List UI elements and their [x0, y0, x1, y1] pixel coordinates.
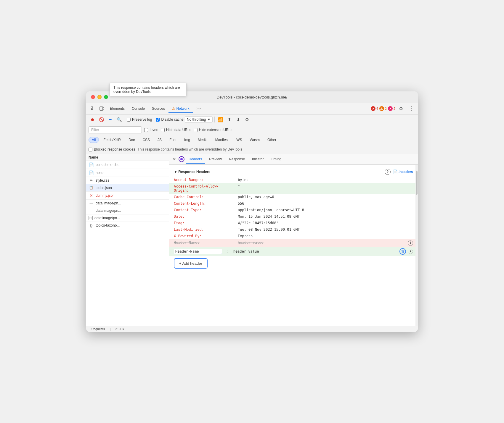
header-value: W/"22c-18457c15d68" — [238, 221, 413, 225]
invert-input[interactable] — [144, 128, 148, 132]
tab-network[interactable]: ⚠ Network — [168, 105, 193, 113]
device-toolbar-icon[interactable] — [97, 104, 106, 113]
hide-data-urls-input[interactable] — [161, 128, 165, 132]
transfer-size: 21.1 k — [115, 327, 124, 331]
type-btn-doc[interactable]: Doc — [125, 137, 138, 143]
blocked-cookies-input[interactable] — [89, 148, 92, 151]
header-row-accept-ranges: Accept-Ranges: bytes — [169, 177, 418, 183]
type-btn-wasm[interactable]: Wasm — [247, 137, 263, 143]
close-details-icon[interactable]: ✕ — [171, 156, 177, 162]
preserve-log-checkbox[interactable]: Preserve log — [127, 117, 152, 122]
type-btn-fetchxhr[interactable]: Fetch/XHR — [100, 137, 124, 143]
error-pink-icon: ✕ — [388, 106, 393, 111]
disable-cache-checkbox[interactable]: Disable cache — [156, 117, 183, 122]
type-btn-other[interactable]: Other — [264, 137, 280, 143]
status-divider: | — [110, 327, 110, 331]
upload-icon[interactable]: ⬆ — [225, 116, 233, 123]
maximize-button[interactable] — [104, 95, 108, 99]
clear-icon[interactable]: 🚫 — [97, 116, 105, 123]
type-btn-manifest[interactable]: Manifest — [212, 137, 232, 143]
disable-cache-input[interactable] — [156, 118, 160, 122]
inspect-element-icon[interactable] — [89, 104, 97, 113]
window-title: DevTools - cors-demo-devtools.glitch.me/ — [217, 95, 287, 99]
type-btn-font[interactable]: Font — [166, 137, 180, 143]
stop-recording-icon[interactable]: ⏺ — [89, 116, 96, 123]
close-button[interactable] — [91, 95, 95, 99]
tab-preview[interactable]: Preview — [206, 155, 225, 164]
header-value-strikethrough: header value — [238, 240, 403, 245]
type-btn-css[interactable]: CSS — [139, 137, 153, 143]
type-btn-media[interactable]: Media — [195, 137, 211, 143]
help-icon[interactable]: ? — [385, 169, 391, 175]
purple-dot — [180, 158, 183, 160]
minimize-button[interactable] — [97, 95, 102, 99]
invert-checkbox[interactable]: Invert — [144, 128, 158, 132]
list-item[interactable]: □ data:image/pn... — [86, 214, 169, 222]
tab-initiator[interactable]: Initiator — [249, 155, 267, 164]
header-value-custom: : header value — [227, 249, 395, 254]
header-name-input[interactable] — [174, 249, 222, 254]
download-icon[interactable]: ⬇ — [234, 116, 242, 123]
list-item[interactable]: — data:image/pn... — [86, 200, 169, 207]
tab-console[interactable]: Console — [128, 105, 148, 113]
request-list-header: Name — [86, 154, 169, 161]
header-value: 556 — [238, 201, 413, 206]
tab-headers[interactable]: Headers — [186, 155, 205, 164]
list-item[interactable]: — data:image/pn... — [86, 207, 169, 214]
network-settings-icon[interactable]: ⚙ — [243, 116, 251, 123]
error-badge-orange: ⚠ 2 — [379, 106, 387, 111]
add-header-button[interactable]: + Add header — [174, 258, 208, 269]
wifi-icon[interactable]: 📶 — [216, 116, 224, 123]
tab-more[interactable]: >> — [193, 105, 204, 113]
delete-header-icon[interactable]: 🗑 — [399, 248, 406, 255]
error-x-icon-2: ✕ — [89, 193, 94, 198]
hide-data-urls-checkbox[interactable]: Hide data URLs — [161, 128, 191, 132]
scrollbar-thumb[interactable] — [416, 171, 418, 195]
header-value: Express — [238, 234, 413, 238]
tab-timing[interactable]: Timing — [268, 155, 284, 164]
blocked-cookies-checkbox[interactable]: Blocked response cookies — [89, 147, 135, 151]
list-item[interactable]: {} topics-taxono... — [86, 222, 169, 229]
search-icon[interactable]: 🔍 — [115, 116, 123, 123]
hide-ext-urls-input[interactable] — [194, 128, 198, 132]
doc-icon-2: 📄 — [89, 170, 94, 175]
type-btn-img[interactable]: Img — [181, 137, 193, 143]
header-value: Tue, 08 Nov 2022 15:00:01 GMT — [238, 227, 413, 232]
type-filter-bar: All Fetch/XHR Doc CSS JS Font Img Media … — [86, 135, 418, 145]
header-row-access-control: Access-Control-Allow-Origin: * — [169, 183, 418, 194]
info-icon-custom[interactable]: ℹ — [408, 249, 413, 254]
svg-rect-4 — [103, 108, 104, 110]
type-btn-js[interactable]: JS — [154, 137, 165, 143]
request-name: topics-taxono... — [96, 223, 120, 227]
blocked-bar: Blocked response cookies This response c… — [86, 145, 418, 154]
list-item-error[interactable]: ✕ dummy.json — [86, 192, 169, 200]
list-item[interactable]: 📄 cors-demo-de... — [86, 161, 169, 169]
title-bar: DevTools - cors-demo-devtools.glitch.me/ — [86, 91, 418, 103]
toolbar-divider-2 — [154, 117, 154, 122]
toolbar-divider — [125, 117, 125, 122]
type-btn-all[interactable]: All — [89, 137, 99, 143]
details-panel: ✕ Headers Preview Response Initiator Tim… — [169, 154, 418, 326]
css-icon: ✏ — [89, 178, 94, 183]
throttle-select[interactable]: No throttling ▼ — [185, 116, 213, 123]
tab-elements[interactable]: Elements — [106, 105, 128, 113]
headers-content: ▼ Response Headers ? 📄 .headers Accept-R… — [169, 165, 418, 326]
tab-response[interactable]: Response — [226, 155, 248, 164]
type-btn-ws[interactable]: WS — [233, 137, 245, 143]
svg-rect-3 — [100, 107, 103, 110]
header-name: Content-Length: — [174, 201, 233, 206]
settings-icon[interactable]: ⚙ — [397, 104, 405, 113]
more-options-icon[interactable]: ⋮ — [407, 104, 415, 113]
section-title: ▼ Response Headers — [174, 170, 210, 174]
filter-bar: Invert Hide data URLs Hide extension URL… — [86, 125, 418, 135]
info-icon[interactable]: ℹ — [408, 240, 413, 246]
list-item[interactable]: ✏ style.css — [86, 177, 169, 184]
filter-input[interactable] — [89, 126, 142, 133]
list-item[interactable]: 📄 none — [86, 169, 169, 177]
filter-icon[interactable] — [106, 116, 114, 123]
headers-file-link[interactable]: 📄 .headers — [393, 169, 413, 174]
hide-ext-urls-checkbox[interactable]: Hide extension URLs — [194, 128, 232, 132]
preserve-log-input[interactable] — [127, 118, 131, 122]
list-item-selected[interactable]: 📋 todos.json — [86, 184, 169, 192]
tab-sources[interactable]: Sources — [148, 105, 168, 113]
